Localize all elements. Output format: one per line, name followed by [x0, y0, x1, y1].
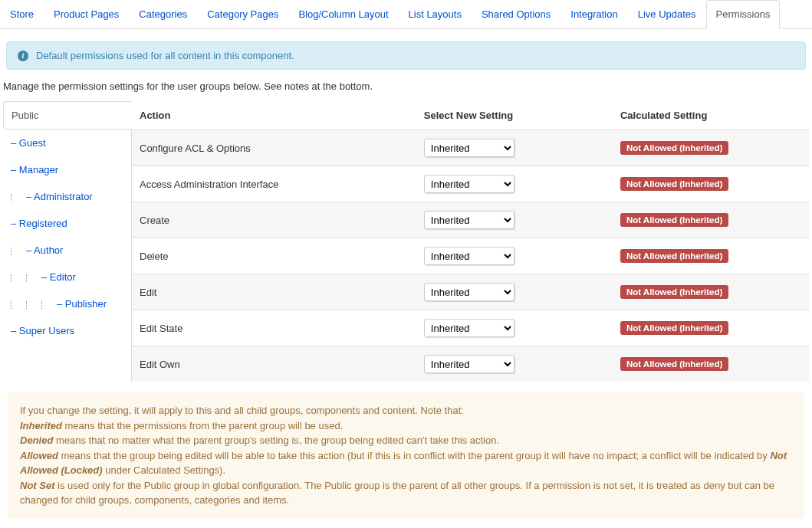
notes-line1: If you change the setting, it will apply…	[20, 403, 792, 418]
calculated-badge: Not Allowed (Inherited)	[620, 213, 728, 227]
tab-store[interactable]: Store	[0, 0, 44, 29]
usergroup-label: – Manager	[11, 164, 58, 175]
usergroup-label: – Super Users	[11, 325, 74, 336]
setting-select[interactable]: InheritedAllowedDenied	[424, 355, 514, 373]
action-label: Access Administration Interface	[132, 166, 416, 202]
usergroup-label: Public	[12, 110, 38, 121]
tab-permissions[interactable]: Permissions	[706, 0, 781, 29]
tab-shared-options[interactable]: Shared Options	[472, 0, 561, 29]
top-tabs: StoreProduct PagesCategoriesCategory Pag…	[0, 0, 812, 29]
info-alert: i Default permissions used for all conte…	[6, 41, 806, 70]
usergroup-registered[interactable]: – Registered	[3, 210, 132, 237]
usergroup-editor[interactable]: – Editor	[3, 264, 132, 290]
notes-denied-b: Denied	[20, 435, 53, 446]
permissions-notes: If you change the setting, it will apply…	[8, 392, 804, 519]
action-label: Create	[132, 202, 416, 238]
action-label: Edit	[132, 274, 416, 310]
calculated-badge: Not Allowed (Inherited)	[620, 285, 728, 299]
notes-notset-b: Not Set	[20, 480, 55, 491]
permissions-table: Action Select New Setting Calculated Set…	[132, 101, 809, 382]
usergroup-label: – Author	[26, 244, 63, 256]
tab-blog-column-layout[interactable]: Blog/Column Layout	[288, 0, 398, 29]
intro-text: Manage the permission settings for the u…	[3, 80, 809, 92]
calculated-badge: Not Allowed (Inherited)	[620, 357, 728, 371]
usergroup-label: – Publisher	[57, 298, 107, 310]
notes-nalocked-t: under Calculated Settings).	[103, 464, 225, 476]
usergroup-tabs: Public– Guest– Manager– Administrator– R…	[3, 101, 132, 344]
usergroup-author[interactable]: – Author	[3, 237, 132, 264]
permission-row: Access Administration InterfaceInherited…	[132, 166, 809, 202]
tab-product-pages[interactable]: Product Pages	[44, 0, 129, 29]
usergroup-guest[interactable]: – Guest	[3, 130, 132, 156]
action-label: Edit Own	[132, 346, 416, 382]
permission-row: Configure ACL & OptionsInheritedAllowedD…	[132, 130, 809, 166]
action-label: Edit State	[132, 310, 416, 346]
usergroup-administrator[interactable]: – Administrator	[3, 183, 132, 210]
calculated-badge: Not Allowed (Inherited)	[620, 321, 728, 335]
setting-select[interactable]: InheritedAllowedDenied	[424, 175, 514, 193]
notes-allowed-b: Allowed	[20, 450, 58, 461]
action-label: Delete	[132, 238, 416, 274]
tab-live-updates[interactable]: Live Updates	[628, 0, 706, 29]
tab-categories[interactable]: Categories	[129, 0, 197, 29]
usergroup-label: – Editor	[41, 271, 76, 283]
permission-row: EditInheritedAllowedDeniedNot Allowed (I…	[132, 274, 809, 310]
notes-inherited-b: Inherited	[20, 420, 62, 431]
permission-row: Edit StateInheritedAllowedDeniedNot Allo…	[132, 310, 809, 346]
notes-inherited-t: means that the permissions from the pare…	[62, 420, 343, 431]
calculated-badge: Not Allowed (Inherited)	[620, 177, 728, 191]
setting-select[interactable]: InheritedAllowedDenied	[424, 319, 514, 337]
notes-denied-t: means that no matter what the parent gro…	[53, 435, 499, 446]
permission-row: DeleteInheritedAllowedDeniedNot Allowed …	[132, 238, 809, 274]
tab-list-layouts[interactable]: List Layouts	[399, 0, 472, 29]
usergroup-label: – Guest	[11, 137, 46, 149]
usergroup-label: – Administrator	[26, 191, 93, 202]
permission-row: CreateInheritedAllowedDeniedNot Allowed …	[132, 202, 809, 238]
notes-allowed-t: means that the group being edited will b…	[58, 450, 771, 461]
header-calculated: Calculated Setting	[613, 101, 809, 130]
setting-select[interactable]: InheritedAllowedDenied	[424, 139, 514, 157]
tab-category-pages[interactable]: Category Pages	[197, 0, 288, 29]
header-setting: Select New Setting	[416, 101, 613, 130]
notes-notset-t: is used only for the Public group in glo…	[20, 480, 774, 507]
calculated-badge: Not Allowed (Inherited)	[620, 249, 728, 263]
usergroup-publisher[interactable]: – Publisher	[3, 290, 132, 317]
setting-select[interactable]: InheritedAllowedDenied	[424, 247, 514, 265]
usergroup-super-users[interactable]: – Super Users	[3, 317, 132, 344]
permission-row: Edit OwnInheritedAllowedDeniedNot Allowe…	[132, 346, 809, 382]
usergroup-manager[interactable]: – Manager	[3, 156, 132, 183]
usergroup-label: – Registered	[11, 218, 67, 229]
header-action: Action	[132, 101, 416, 130]
tab-integration[interactable]: Integration	[561, 0, 627, 29]
setting-select[interactable]: InheritedAllowedDenied	[424, 211, 514, 229]
info-icon: i	[18, 51, 28, 61]
usergroup-public[interactable]: Public	[3, 101, 133, 130]
action-label: Configure ACL & Options	[132, 130, 416, 166]
setting-select[interactable]: InheritedAllowedDenied	[424, 283, 514, 301]
info-message: Default permissions used for all content…	[36, 50, 294, 61]
calculated-badge: Not Allowed (Inherited)	[620, 141, 728, 155]
